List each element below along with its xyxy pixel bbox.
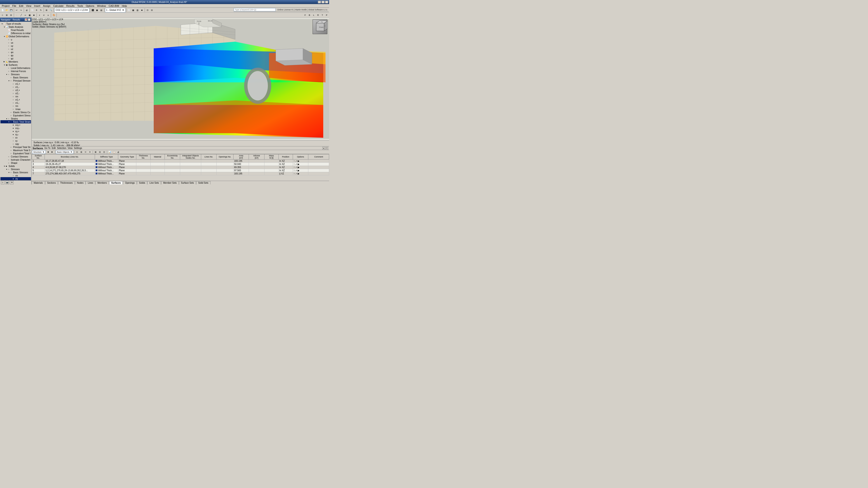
result-btn-2[interactable]: σ xyxy=(42,13,46,18)
tree-exyp[interactable]: ● εxy,+ xyxy=(0,123,31,127)
table-row[interactable]: 319-26,36-45,27Without Thick...Plane50.0… xyxy=(32,163,329,166)
settings-menu[interactable]: Settings xyxy=(74,147,82,149)
tab-thicknesses[interactable]: Thicknesses xyxy=(58,181,75,184)
panel-expand[interactable]: ▲ xyxy=(322,147,325,150)
tab-surface-sets[interactable]: Surface Sets xyxy=(179,181,196,184)
view3d-front[interactable]: F xyxy=(303,13,307,18)
tree-isotropic[interactable]: ○ Isotropic Characteristics xyxy=(0,158,31,161)
col-material[interactable]: Material xyxy=(150,154,164,160)
menu-assign[interactable]: Assign xyxy=(41,4,52,7)
rotate-button[interactable]: ↻ xyxy=(39,8,43,12)
tree-solids-basic-stresses[interactable]: ▼ ○ Basic Stresses xyxy=(0,171,31,174)
tree-global-deformations[interactable]: ▼ 🔀 Global Deformations xyxy=(0,35,31,38)
render-btn-2[interactable]: ▦ xyxy=(131,8,135,12)
tab-surfaces[interactable]: Surfaces xyxy=(109,181,123,184)
grid-btn[interactable]: ⊞ xyxy=(5,13,9,18)
basic-objects-dropdown[interactable]: Basic Objects ▼ xyxy=(56,150,73,154)
tree-type-of-results[interactable]: ▼ 📋 Type of results xyxy=(0,22,31,25)
menu-project[interactable]: Project xyxy=(0,4,11,7)
tree-s1p[interactable]: ○ σ1,+ xyxy=(0,82,31,86)
tree-internal-forces[interactable]: ○ Internal Forces xyxy=(0,70,31,73)
col-geometry-type[interactable]: Geometry Type xyxy=(118,154,136,160)
tree-static-analysis[interactable]: ▼ 📊 Static Analysis xyxy=(0,25,31,29)
maximize-button[interactable]: □ xyxy=(321,1,324,3)
tree-eyp[interactable]: ● εy,+ xyxy=(0,130,31,133)
nav-display-btn[interactable]: ▷ xyxy=(1,181,4,184)
col-int-nodes[interactable]: Integrated ObjectsNodes No. xyxy=(180,154,201,160)
view-btn-2[interactable]: ▣ xyxy=(95,8,99,12)
col-boundary-lines[interactable]: Boundary Lines No. xyxy=(45,154,95,160)
tree-exym[interactable]: ● εxy,- xyxy=(0,127,31,130)
snap-btn[interactable]: ⊹ xyxy=(0,13,4,18)
render-btn-4[interactable]: ■ xyxy=(140,8,144,12)
col-openings[interactable]: Openings No. xyxy=(217,154,233,160)
surface-btn[interactable]: ▦ xyxy=(28,13,32,18)
goto-menu[interactable]: Go To xyxy=(44,147,51,149)
tab-members[interactable]: Members xyxy=(95,181,109,184)
tree-members[interactable]: ▶ 📐 Members xyxy=(0,60,31,63)
color-btn[interactable]: 🎨 xyxy=(52,13,56,18)
menu-file[interactable]: File xyxy=(11,4,18,7)
nav-settings-btn[interactable]: ⚙ xyxy=(10,181,13,184)
view3d-back[interactable]: B xyxy=(307,13,311,18)
tree-differences[interactable]: 📉 Differences to initial state xyxy=(0,32,31,35)
tree-ex[interactable]: ○ εx xyxy=(0,136,31,139)
tree-eym[interactable]: ● εy,- xyxy=(0,133,31,136)
line-btn[interactable]: ╱ xyxy=(19,13,23,18)
move-button[interactable]: ✛ xyxy=(35,8,39,12)
tree-qz[interactable]: ○ φz xyxy=(0,57,31,60)
tree-st1m[interactable]: ○ σ1,- xyxy=(0,101,31,104)
col-mass[interactable]: MassM [t] xyxy=(264,154,278,160)
tab-materials[interactable]: Materials xyxy=(32,181,45,184)
col-comment[interactable]: Comment xyxy=(308,154,329,160)
node-btn[interactable]: · xyxy=(15,13,19,18)
tree-tmaxv[interactable]: ○ τmax xyxy=(0,107,31,111)
view3d-left[interactable]: L xyxy=(312,13,316,18)
load-combo-dropdown[interactable]: CO2: LC1 + LC2 + LC3 + LC4 ▼ xyxy=(55,8,89,12)
view3d-right[interactable]: R xyxy=(316,13,320,18)
menu-view[interactable]: View xyxy=(25,4,33,7)
solid-btn[interactable]: ■ xyxy=(32,13,36,18)
menu-calculate[interactable]: Calculate xyxy=(52,4,65,7)
nav-camera-btn[interactable]: 📷 xyxy=(5,181,9,184)
display-btn-2[interactable]: ⊟ xyxy=(150,8,154,12)
surf-filter-3[interactable]: ⊡ xyxy=(102,150,106,154)
menu-results[interactable]: Results xyxy=(65,4,76,7)
view3d-persp[interactable]: P xyxy=(324,13,329,18)
surfaces-table-container[interactable]: SurfaceNo. Boundary Lines No. Stiffness … xyxy=(32,154,329,181)
nav-close-button[interactable]: ✕ xyxy=(28,18,31,21)
tab-lines[interactable]: Lines xyxy=(86,181,95,184)
tree-uy[interactable]: ○ uy xyxy=(0,44,31,47)
tab-solid-sets[interactable]: Solid Sets xyxy=(196,181,211,184)
menu-window[interactable]: Window xyxy=(96,4,107,7)
tree-u[interactable]: ○ u xyxy=(0,38,31,41)
close-button[interactable]: ✕ xyxy=(325,1,328,3)
tree-stresses[interactable]: ▼ ○ Stresses xyxy=(0,73,31,76)
display-btn-1[interactable]: ⊡ xyxy=(146,8,150,12)
tree-elastic-stress[interactable]: ○ Elastic Stress Components xyxy=(0,111,31,114)
surf-filter-2[interactable]: ⊟ xyxy=(98,150,102,154)
menu-help[interactable]: Help xyxy=(121,4,128,7)
col-int-lines[interactable]: Lines No. xyxy=(201,154,217,160)
viewport[interactable]: CO2 - LC1 + LC2 + LC3 + LC4 Loads [kN/m²… xyxy=(32,18,329,140)
search-input[interactable] xyxy=(234,8,276,11)
menu-tools[interactable]: Tools xyxy=(76,4,85,7)
zoom-all-button[interactable]: ⊞ xyxy=(44,8,49,12)
tree-sx[interactable]: ○ σx xyxy=(0,174,31,177)
tree-uz[interactable]: ○ uz xyxy=(0,47,31,51)
open-button[interactable]: 📂 xyxy=(5,8,9,12)
tree-local-def[interactable]: ○ Local Deformations xyxy=(0,66,31,70)
tree-st1p[interactable]: ○ σ1,+ xyxy=(0,98,31,101)
new-button[interactable]: 📄 xyxy=(0,8,4,12)
tree-max-total-strains[interactable]: ○ Maximum Total Strains xyxy=(0,149,31,152)
tree-solids[interactable]: ▼ ■ Solids xyxy=(0,164,31,168)
tree-epy[interactable]: ○ εφy xyxy=(0,142,31,145)
menu-insert[interactable]: Insert xyxy=(33,4,42,7)
ortho-btn[interactable]: ⊟ xyxy=(9,13,13,18)
panel-close[interactable]: ✕ xyxy=(326,147,328,150)
tree-shape[interactable]: ○ Shape xyxy=(0,161,31,164)
tree-contact-stresses[interactable]: ○ Contact Stresses xyxy=(0,155,31,158)
selection-menu[interactable]: Selection xyxy=(57,147,66,149)
tree-s1m[interactable]: ○ σ1,- xyxy=(0,86,31,89)
navigation-cube[interactable]: Front R Top xyxy=(313,20,327,34)
